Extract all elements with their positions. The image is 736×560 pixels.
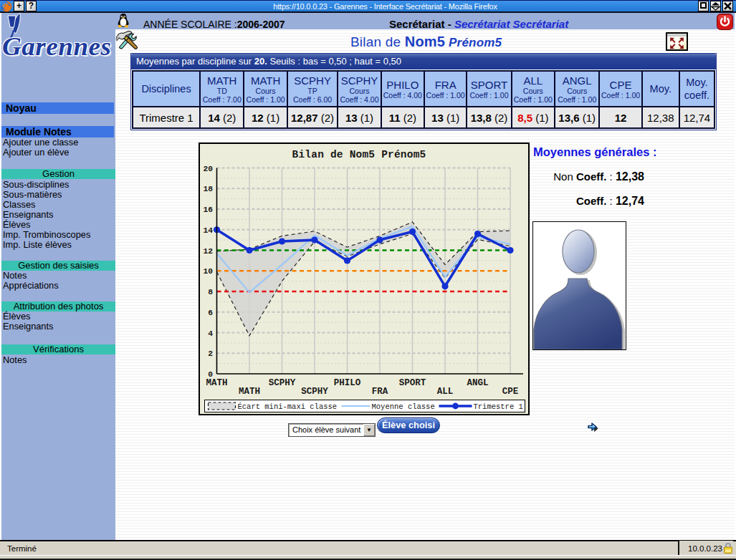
svg-text:16: 16 <box>203 206 213 214</box>
svg-text:Écart mini-maxi classe: Écart mini-maxi classe <box>238 402 338 411</box>
svg-text:4: 4 <box>208 329 213 338</box>
svg-text:SCPHY: SCPHY <box>301 387 328 397</box>
svg-text:Moyenne classe: Moyenne classe <box>372 402 435 411</box>
svg-text:14: 14 <box>203 226 213 235</box>
svg-text:6: 6 <box>208 309 213 317</box>
svg-text:ANGL: ANGL <box>467 378 488 388</box>
svg-text:18: 18 <box>203 185 213 193</box>
svg-text:CPE: CPE <box>502 387 519 397</box>
svg-text:2: 2 <box>208 349 213 358</box>
svg-text:FRA: FRA <box>372 387 388 397</box>
svg-text:SPORT: SPORT <box>399 378 426 388</box>
svg-text:PHILO: PHILO <box>334 378 361 388</box>
svg-text:8: 8 <box>208 288 213 296</box>
svg-text:MATH: MATH <box>239 387 260 397</box>
svg-text:MATH: MATH <box>206 378 227 388</box>
svg-text:20: 20 <box>203 165 213 173</box>
svg-text:SCPHY: SCPHY <box>269 378 296 388</box>
svg-text:10: 10 <box>203 267 213 276</box>
svg-text:Trimestre 1: Trimestre 1 <box>474 402 523 411</box>
svg-text:12: 12 <box>203 247 213 256</box>
svg-text:Bilan de Nom5 Prénom5: Bilan de Nom5 Prénom5 <box>292 149 426 160</box>
svg-text:ALL: ALL <box>437 387 454 397</box>
